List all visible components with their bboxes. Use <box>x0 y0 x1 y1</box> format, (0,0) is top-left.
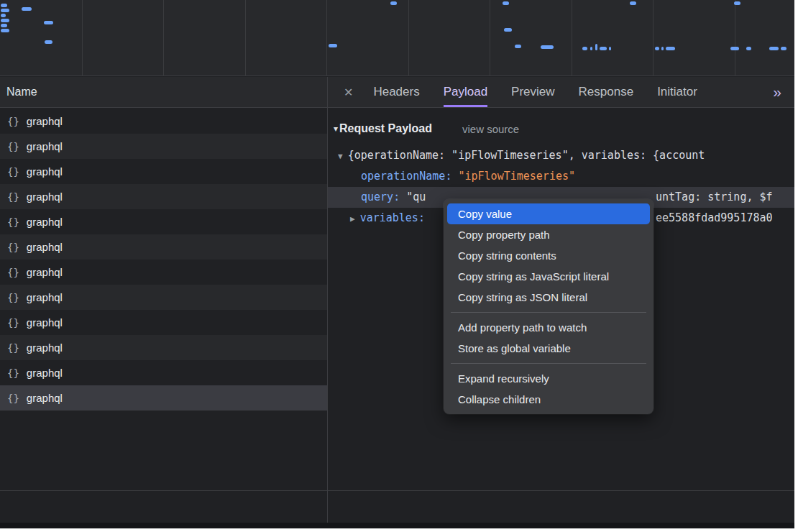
tab-response[interactable]: Response <box>579 77 634 107</box>
menu-divider <box>451 312 646 313</box>
timeline-gridline <box>735 0 735 76</box>
request-row[interactable]: {}graphql <box>0 159 327 184</box>
request-name-label: graphql <box>27 191 63 203</box>
menu-item-copy-string-as-json-literal[interactable]: Copy string as JSON literal <box>447 287 650 308</box>
timeline-request-bar <box>44 21 53 24</box>
property-key: variables: <box>360 211 425 224</box>
request-row[interactable]: {}graphql <box>0 360 327 385</box>
devtools-window: Name ✕ HeadersPayloadPreviewResponseInit… <box>0 0 794 528</box>
request-row[interactable]: {}graphql <box>0 134 327 159</box>
timeline-request-bar <box>746 47 751 50</box>
timeline-request-bar <box>503 1 509 5</box>
timeline-request-bar <box>630 1 636 5</box>
json-braces-icon: {} <box>7 317 19 329</box>
request-name-label: graphql <box>27 165 63 178</box>
request-name-label: graphql <box>27 115 63 127</box>
timeline-request-bar <box>1 19 9 22</box>
timeline-request-bar <box>781 47 786 50</box>
request-name-label: graphql <box>27 216 63 228</box>
close-icon[interactable]: ✕ <box>344 86 353 99</box>
request-row[interactable]: {}graphql <box>0 260 327 285</box>
timeline-request-bar <box>600 47 607 50</box>
json-braces-icon: {} <box>7 141 19 152</box>
json-braces-icon: {} <box>7 267 19 278</box>
request-payload-section-header: ▾ Request Payload view source <box>328 118 794 139</box>
timeline-request-bar <box>45 40 52 44</box>
json-braces-icon: {} <box>7 166 19 178</box>
request-list-header: Name <box>0 77 327 108</box>
json-braces-icon: {} <box>7 116 19 127</box>
menu-item-copy-value[interactable]: Copy value <box>447 203 650 224</box>
request-row[interactable]: {}graphql <box>0 385 327 411</box>
request-row[interactable]: {}graphql <box>0 109 327 134</box>
timeline-request-bar <box>1 29 9 32</box>
timeline-request-bar <box>1 9 9 12</box>
tab-initiator[interactable]: Initiator <box>657 77 697 107</box>
view-source-link[interactable]: view source <box>462 123 519 135</box>
section-collapse-caret-icon[interactable]: ▾ <box>334 124 338 134</box>
json-braces-icon: {} <box>7 367 19 379</box>
timeline-gridline <box>490 0 490 76</box>
timeline-request-bar <box>22 7 32 11</box>
timeline-request-bar <box>661 47 664 50</box>
context-menu: Copy valueCopy property pathCopy string … <box>444 199 653 414</box>
timeline-request-bar <box>730 47 739 50</box>
timeline-gridline <box>163 0 164 76</box>
bottom-strip <box>0 523 794 528</box>
request-row[interactable]: {}graphql <box>0 234 327 260</box>
more-tabs-icon[interactable]: » <box>773 83 781 101</box>
json-braces-icon: {} <box>7 342 19 354</box>
timeline-request-bar <box>595 44 597 50</box>
timeline-request-bar <box>1 24 7 27</box>
name-column-header[interactable]: Name <box>0 86 37 98</box>
timeline-request-bar <box>515 45 521 48</box>
menu-item-collapse-children[interactable]: Collapse children <box>447 389 650 410</box>
timeline-request-bar <box>329 44 337 47</box>
property-key: operationName: <box>361 170 458 183</box>
timeline-gridline <box>245 0 246 76</box>
request-row[interactable]: {}graphql <box>0 310 327 335</box>
json-braces-icon: {} <box>7 191 19 203</box>
expand-caret-icon[interactable]: ▶ <box>350 214 355 224</box>
panel-divider[interactable] <box>327 77 328 528</box>
menu-item-copy-property-path[interactable]: Copy property path <box>447 224 650 245</box>
request-list: {}graphql{}graphql{}graphql{}graphql{}gr… <box>0 109 327 411</box>
payload-root-row[interactable]: ▼{operationName: "ipFlowTimeseries", var… <box>328 145 794 166</box>
timeline-request-bar <box>504 28 512 32</box>
menu-item-copy-string-as-javascript-literal[interactable]: Copy string as JavaScript literal <box>447 266 650 287</box>
timeline-request-bar <box>666 47 675 50</box>
request-row[interactable]: {}graphql <box>0 184 327 209</box>
timeline-request-bar <box>734 1 740 5</box>
expand-caret-icon[interactable]: ▼ <box>338 152 343 161</box>
details-tabs: HeadersPayloadPreviewResponseInitiator <box>373 77 697 107</box>
tab-headers[interactable]: Headers <box>373 77 419 107</box>
request-row[interactable]: {}graphql <box>0 335 327 360</box>
network-overview-timeline[interactable] <box>0 0 794 76</box>
menu-item-store-as-global-variable[interactable]: Store as global variable <box>447 338 650 359</box>
timeline-request-bar <box>390 1 397 5</box>
property-value-right: untTag: string, $f <box>656 187 773 208</box>
request-name-label: graphql <box>27 392 63 404</box>
request-row[interactable]: {}graphql <box>0 209 327 234</box>
menu-item-copy-string-contents[interactable]: Copy string contents <box>447 245 650 266</box>
menu-item-expand-recursively[interactable]: Expand recursively <box>447 368 650 389</box>
tab-payload[interactable]: Payload <box>444 77 487 107</box>
timeline-gridline <box>408 0 409 76</box>
payload-preview-text: {operationName: "ipFlowTimeseries", vari… <box>348 149 705 162</box>
section-title: Request Payload <box>339 122 432 135</box>
menu-item-add-property-path-to-watch[interactable]: Add property path to watch <box>447 317 650 338</box>
property-value-left: "qu <box>406 191 426 203</box>
payload-row-operation-name[interactable]: operationName: "ipFlowTimeseries" <box>328 166 794 187</box>
request-name-label: graphql <box>27 367 63 379</box>
footer-divider <box>0 490 794 491</box>
menu-divider <box>451 363 646 364</box>
tab-preview[interactable]: Preview <box>511 77 554 107</box>
timeline-request-bar <box>655 47 659 50</box>
timeline-request-bar <box>590 47 592 50</box>
timeline-gridline <box>653 0 653 76</box>
json-braces-icon: {} <box>7 292 19 303</box>
timeline-gridline <box>82 0 83 76</box>
json-braces-icon: {} <box>7 216 19 228</box>
details-tabs-bar: ✕ HeadersPayloadPreviewResponseInitiator… <box>328 77 794 108</box>
request-row[interactable]: {}graphql <box>0 285 327 310</box>
